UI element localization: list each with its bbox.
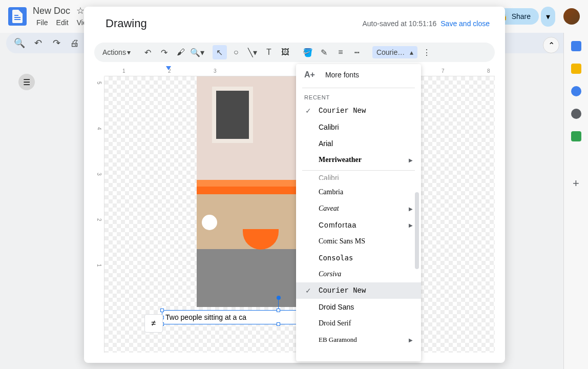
font-label: Arial (319, 139, 413, 148)
more-options-icon[interactable]: ⋮ (419, 45, 434, 59)
save-and-close-button[interactable]: Save and close (440, 19, 490, 28)
zoom-icon[interactable]: 🔍▾ (190, 45, 204, 59)
border-color-icon[interactable]: ✎ (317, 45, 331, 59)
canvas-area: 1 2 3 7 8 5 4 3 2 1 (94, 66, 495, 353)
font-label: Calibri (319, 174, 413, 180)
scrollbar[interactable] (415, 192, 419, 269)
resize-handle[interactable] (277, 322, 280, 326)
resize-handle[interactable] (160, 309, 164, 312)
font-label: Cambria (319, 188, 413, 196)
font-item-corsiva[interactable]: Corsiva (296, 266, 421, 282)
font-label: Calibri (319, 123, 413, 131)
menu-divider (302, 88, 415, 88)
redo-button[interactable]: ↷ (157, 45, 172, 59)
check-icon: ✓ (304, 107, 312, 115)
font-item-courier-new[interactable]: ✓Courier New (296, 102, 421, 119)
submenu-arrow-icon: ▶ (409, 157, 413, 163)
text-tool[interactable]: T (262, 45, 276, 59)
font-item-calibri[interactable]: Calibri (296, 119, 421, 135)
submenu-arrow-icon: ▶ (409, 206, 413, 212)
border-weight-icon[interactable]: ≡ (333, 45, 348, 59)
font-label: Merriweather (319, 156, 403, 164)
rotate-handle[interactable] (277, 296, 281, 300)
submenu-arrow-icon: ▶ (409, 337, 413, 343)
font-family-dropdown[interactable]: Courie… ▴ (372, 46, 417, 58)
font-item-droid-serif[interactable]: Droid Serif (296, 315, 421, 332)
image-tool[interactable]: 🖼 (278, 45, 292, 59)
autosave-status: Auto-saved at 10:51:16 (362, 19, 436, 28)
font-item-comic-sans-ms[interactable]: Comic Sans MS (296, 233, 421, 250)
font-item-cambria[interactable]: Cambria (296, 184, 421, 200)
ruler-marker[interactable] (166, 66, 171, 70)
font-menu-dropdown: A+ More fonts RECENT ✓Courier NewCalibri… (296, 64, 421, 361)
more-fonts-label: More fonts (325, 71, 359, 79)
recent-section-label: RECENT (296, 90, 421, 102)
image-table-detail (243, 229, 279, 250)
font-label: Courier New (319, 286, 413, 295)
font-label: EB Garamond (319, 336, 403, 344)
line-tool[interactable]: ╲▾ (245, 45, 260, 59)
font-label: Droid Serif (319, 319, 413, 327)
font-item-arial[interactable]: Arial (296, 135, 421, 152)
fill-color-icon[interactable]: 🪣 (301, 45, 315, 59)
select-tool[interactable]: ↖ (213, 45, 227, 59)
text-format-icon: ≠ (152, 319, 156, 328)
submenu-arrow-icon: ▶ (409, 222, 413, 228)
add-font-icon: A+ (304, 70, 315, 79)
drawing-title: Drawing (106, 17, 147, 30)
check-icon: ✓ (304, 286, 312, 295)
caret-down-icon: ▴ (410, 48, 413, 56)
font-item-caveat[interactable]: Caveat▶ (296, 200, 421, 217)
vertical-ruler: 5 4 3 2 1 (94, 76, 104, 353)
font-label: Droid Sans (319, 303, 413, 311)
font-item-consolas[interactable]: Consolas (296, 250, 421, 266)
font-label: Courier New (319, 107, 413, 115)
shape-tool[interactable]: ○ (229, 45, 243, 59)
resize-handle[interactable] (277, 309, 280, 312)
undo-button[interactable]: ↶ (141, 45, 155, 59)
format-options-button[interactable]: ≠ (144, 314, 163, 333)
caret-down-icon: ▾ (127, 48, 131, 56)
font-item-droid-sans[interactable]: Droid Sans (296, 299, 421, 315)
font-label: Caveat (319, 204, 403, 213)
font-label: Corsiva (319, 270, 413, 278)
image-lamp-detail (202, 215, 217, 230)
font-label: Consolas (319, 254, 413, 262)
border-dash-icon[interactable]: ┅ (350, 45, 364, 59)
font-item-comfortaa[interactable]: Comfortaa▶ (296, 217, 421, 233)
actions-button[interactable]: Actions ▾ (100, 48, 133, 56)
image-window-detail (212, 87, 253, 143)
font-item-courier-new[interactable]: ✓Courier New (296, 282, 421, 299)
drawing-modal: Drawing Auto-saved at 10:51:16 Save and … (84, 7, 505, 363)
more-fonts-item[interactable]: A+ More fonts (296, 64, 421, 86)
font-item-merriweather[interactable]: Merriweather▶ (296, 152, 421, 168)
font-label: Comic Sans MS (319, 237, 413, 245)
font-label: Comfortaa (319, 221, 403, 229)
font-item-calibri[interactable]: Calibri (296, 173, 421, 184)
font-item-eb-garamond[interactable]: EB Garamond▶ (296, 332, 421, 348)
paint-format-icon[interactable]: 🖌 (174, 45, 188, 59)
drawing-toolbar: Actions ▾ ↶ ↷ 🖌 🔍▾ ↖ ○ ╲▾ T 🖼 🪣 ✎ ≡ ┅ Co… (94, 43, 495, 62)
menu-divider (302, 170, 415, 171)
